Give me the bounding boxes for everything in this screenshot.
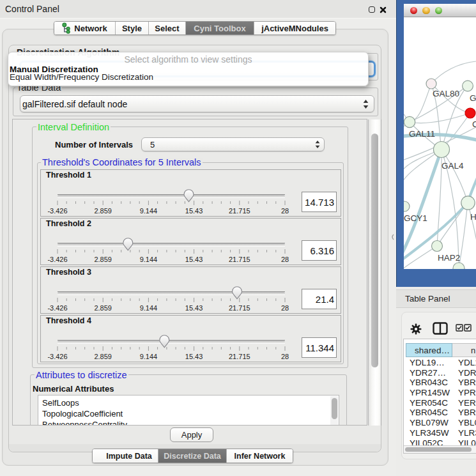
svg-text:GAL80: GAL80 bbox=[433, 89, 459, 98]
svg-text:H: H bbox=[470, 212, 476, 222]
svg-text:GAL11: GAL11 bbox=[409, 129, 435, 139]
svg-text:HAP2: HAP2 bbox=[438, 253, 460, 263]
svg-text:GAL4: GAL4 bbox=[441, 161, 464, 171]
svg-text:GCY1: GCY1 bbox=[404, 213, 427, 223]
svg-text:GA: GA bbox=[470, 93, 476, 103]
svg-text:C: C bbox=[472, 119, 476, 129]
